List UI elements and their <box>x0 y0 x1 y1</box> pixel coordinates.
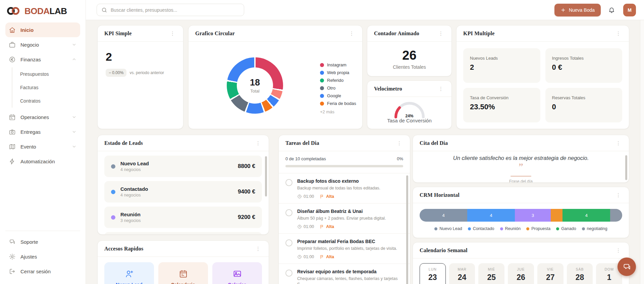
legend-dot-icon <box>582 227 585 230</box>
calendar-day-mie[interactable]: MIÉ2511:00 <box>478 263 504 284</box>
sidebar-item-operaciones[interactable]: Operaciones <box>5 110 80 124</box>
day-label: MAR <box>451 267 473 271</box>
quick-access-calendario[interactable]: Calendario <box>158 262 208 284</box>
sidebar-item-cerrar-sesion[interactable]: Cerrar sesión <box>5 264 80 279</box>
bodalab-dashboard: BODALAB InicioNegocioFinanzasPresupuesto… <box>0 0 644 284</box>
task-row[interactable]: Preparar material Feria Bodas BECImprimi… <box>279 234 410 264</box>
task-title: Diseñar álbum Beatriz & Unai <box>297 209 386 214</box>
task-checkbox[interactable] <box>285 270 292 277</box>
search-input[interactable] <box>111 7 239 13</box>
nueva-boda-button[interactable]: Nueva Boda <box>554 4 601 16</box>
lead-row-contactado[interactable]: Contactado4 negocios9400 € <box>104 181 262 203</box>
calendar-day-jue[interactable]: JUE26-- <box>508 263 534 284</box>
sidebar-item-soporte[interactable]: Soporte <box>5 234 80 249</box>
card-menu-button[interactable]: ⋮ <box>348 30 356 37</box>
legend-item-instagram: Instagram <box>320 62 356 67</box>
card-menu-button[interactable]: ⋮ <box>395 140 403 146</box>
sidebar-item-ajustes[interactable]: Ajustes <box>5 249 80 264</box>
sidebar-item-finanzas[interactable]: Finanzas <box>5 52 80 67</box>
crm-legend-reunion: Reunión <box>500 226 521 231</box>
kpi-box-nuevos-leads: Nuevos Leads2 <box>463 48 540 83</box>
brand-logo[interactable]: BODALAB <box>5 5 80 22</box>
day-number: 25 <box>481 273 502 282</box>
card-scrollbar[interactable] <box>265 156 267 196</box>
sidebar-item-label: Operaciones <box>20 114 49 120</box>
page-scrollbar[interactable] <box>640 20 644 284</box>
legend-more[interactable]: +2 más <box>320 109 356 114</box>
flag-icon <box>320 224 324 229</box>
card-menu-button[interactable]: ⋮ <box>614 247 622 253</box>
card-title: Grafico Circular <box>195 31 235 37</box>
card-scrollbar[interactable] <box>406 175 408 284</box>
kpi-value: 2 <box>470 63 534 72</box>
progress-bar <box>285 165 403 167</box>
card-menu-button[interactable]: ⋮ <box>614 30 622 37</box>
calendar-icon <box>9 114 16 121</box>
legend-dot-icon <box>320 102 324 106</box>
task-checkbox[interactable] <box>285 209 292 216</box>
calendar-week: LUN23--MAR24--MIÉ2511:00JUE26--VIE27--SÁ… <box>413 259 629 284</box>
card-title: Cita del Dia <box>420 140 448 146</box>
crm-legend-nuevo-lead: Nuevo Lead <box>434 226 462 231</box>
lead-row-reunion[interactable]: Reunión3 negocios9200 € <box>104 207 262 228</box>
day-label: JUE <box>510 267 532 271</box>
calendar-day-sab[interactable]: SÁB2810:00 <box>567 263 593 284</box>
user-plus-icon <box>125 269 134 278</box>
lead-row-propuesta[interactable]: Propuesta <box>104 232 262 235</box>
notifications-bell-icon[interactable] <box>608 6 615 13</box>
task-row[interactable]: Backup fotos disco externoBackup mensual… <box>279 173 410 204</box>
sidebar-subitem-facturas[interactable]: Facturas <box>20 81 80 94</box>
crm-legend: Nuevo LeadContactadoReuniónPropuestaGana… <box>420 226 622 231</box>
sidebar-item-negocio[interactable]: Negocio <box>5 37 80 52</box>
nueva-boda-label: Nueva Boda <box>569 7 595 13</box>
calendar-day-vie[interactable]: VIE27-- <box>537 263 564 284</box>
card-menu-button[interactable]: ⋮ <box>437 86 445 92</box>
card-menu-button[interactable]: ⋮ <box>614 140 622 146</box>
card-menu-button[interactable]: ⋮ <box>614 192 622 198</box>
card-menu-button[interactable]: ⋮ <box>254 245 262 252</box>
chevron-down-icon <box>71 129 77 134</box>
card-menu-button[interactable]: ⋮ <box>169 30 176 37</box>
card-menu-button[interactable]: ⋮ <box>254 140 262 146</box>
card-menu-button[interactable]: ⋮ <box>437 30 445 37</box>
card-title: Calendario Semanal <box>420 247 468 253</box>
card-scrollbar[interactable] <box>625 155 627 180</box>
sidebar-subitem-contratos[interactable]: Contratos <box>20 94 80 108</box>
lead-row-nuevo-lead[interactable]: Nuevo Lead4 negocios8800 € <box>104 156 262 177</box>
sidebar-item-entregas[interactable]: Entregas <box>5 124 80 139</box>
legend-dot-icon <box>434 227 437 230</box>
sidebar-item-label: Automatización <box>20 159 55 164</box>
card-grafico-circular: Grafico Circular⋮ 18 Total InstagramWeb … <box>188 25 363 129</box>
chat-fab-button[interactable] <box>618 258 636 276</box>
task-row[interactable]: Revisar equipo antes de temporadaChequea… <box>279 264 410 284</box>
day-number: 26 <box>510 273 532 282</box>
topbar: Nueva Boda M <box>86 0 644 20</box>
quick-access-nuevo-lead[interactable]: Nuevo Lead <box>104 262 154 284</box>
task-checkbox[interactable] <box>285 179 292 186</box>
sidebar-item-label: Cerrar sesión <box>20 269 51 274</box>
legend-label: Instagram <box>327 62 346 67</box>
dashboard-main: KPI Simple⋮ 2 − 0.00% vs. periodo anteri… <box>86 20 644 284</box>
card-velocimetro: Velocimetro⋮ 24% Tasa de Conversión <box>367 80 452 129</box>
sidebar-item-evento[interactable]: Evento <box>5 139 80 154</box>
sidebar-item-inicio[interactable]: Inicio <box>5 22 80 37</box>
calendar-day-mar[interactable]: MAR24-- <box>449 263 475 284</box>
card-contador-animado: Contador Animado⋮ 26 Clientes Totales <box>367 25 452 76</box>
task-description: Álbum 50 pág + 2 padres. Enviar prueba d… <box>297 216 386 221</box>
sidebar-subitem-presupuestos[interactable]: Presupuestos <box>20 67 80 81</box>
status-dot-icon <box>111 164 115 169</box>
lead-deals: 3 negocios <box>120 218 141 223</box>
task-checkbox[interactable] <box>285 239 292 246</box>
chevron-down-icon <box>71 114 77 120</box>
task-row[interactable]: Diseñar álbum Beatriz & UnaiÁlbum 50 pág… <box>279 204 410 234</box>
lead-amount: 9400 € <box>238 188 255 195</box>
clock-icon <box>297 224 302 229</box>
quick-access-galerias[interactable]: Galerías <box>212 262 262 284</box>
search-box[interactable] <box>97 4 244 16</box>
sidebar-item-automatizacion[interactable]: Automatización <box>5 154 80 169</box>
quote-mark: ” <box>422 163 620 171</box>
user-avatar[interactable]: M <box>623 4 636 16</box>
crm-segment-ganado: 4 <box>562 209 610 222</box>
calendar-day-lun[interactable]: LUN23-- <box>420 263 446 284</box>
kpi-box-ingresos-totales: Ingresos Totales0 € <box>545 48 623 83</box>
